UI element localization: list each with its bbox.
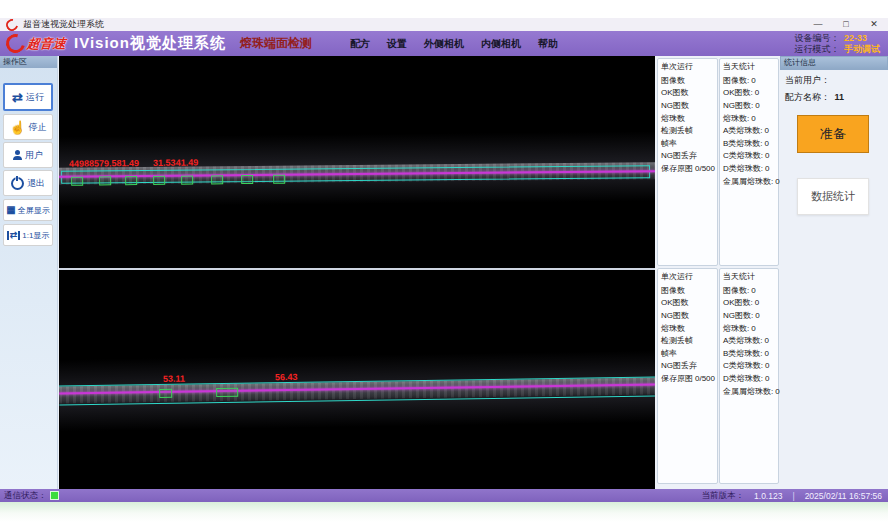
stat-value: 0/500 [695, 164, 715, 173]
stat-label: NG图丢弃 [661, 360, 697, 371]
menu-item[interactable]: 配方 [350, 37, 370, 51]
data-statistics-button[interactable]: 数据统计 [797, 178, 869, 215]
stat-row: NG图丢弃 [658, 360, 717, 373]
stat-label: 图像数: [723, 75, 749, 86]
stat-row: OK图数: 0 [720, 297, 778, 310]
stat-label: NG图数: [723, 310, 753, 321]
stat-label: C类熔珠数: [723, 360, 763, 371]
app-subtitle: 熔珠端面检测 [240, 35, 312, 52]
stat-label: NG图数: [723, 100, 753, 111]
defect-marker-box [241, 175, 253, 184]
stat-label: D类熔珠数: [723, 163, 763, 174]
stat-row: 保存原图 0/500 [658, 372, 717, 385]
stat-label: 图像数: [723, 285, 749, 296]
stat-label: OK图数 [661, 297, 689, 308]
version-value: 1.0.123 [754, 491, 782, 501]
stat-value: 0 [765, 151, 769, 160]
stat-value: 0 [751, 114, 755, 123]
stat-row: A类熔珠数: 0 [720, 124, 778, 137]
stat-label: 帧率 [661, 138, 677, 149]
fullscreen-button[interactable]: ▦ 全屏显示 [3, 199, 53, 221]
stat-row: NG图数 [658, 309, 717, 322]
bottom-strip [0, 502, 888, 522]
recipe-name-label: 配方名称： [785, 92, 830, 102]
stat-row: NG图丢弃 [658, 150, 717, 163]
stat-label: 熔珠数 [661, 113, 685, 124]
brand-logo-icon [3, 31, 29, 57]
stat-row: 图像数 [658, 284, 717, 297]
stat-value: 0 [765, 374, 769, 383]
run-mode-label: 运行模式： [794, 44, 839, 54]
defect-marker-box [273, 175, 285, 184]
main-menu: 配方设置外侧相机内侧相机帮助 [350, 37, 558, 51]
menu-item[interactable]: 外侧相机 [424, 37, 464, 51]
stat-value: 0 [765, 349, 769, 358]
stat-value: 0 [755, 101, 759, 110]
daily-stats-groupbox: 当天统计 图像数: 0 OK图数: 0 [719, 268, 779, 484]
main-area: 操作区 ⇄ 运行 ☝ 停止 用户 退出 ▦ 全屏显示 ⇄ [0, 56, 888, 489]
defect-marker-box [71, 177, 83, 186]
single-run-rows: 图像数 OK图数 NG图数 [658, 74, 717, 175]
stat-label: NG图丢弃 [661, 150, 697, 161]
defect-marker-box [159, 389, 172, 398]
maximize-button[interactable]: □ [832, 18, 860, 31]
defect-marker-box [181, 176, 193, 185]
stat-label: 熔珠数: [723, 323, 749, 334]
stat-value: 0 [765, 164, 769, 173]
ratio-1-1-button[interactable]: ⇄ 1:1显示 [3, 224, 53, 246]
camera-view-bottom[interactable]: 53.11 56.43 [59, 270, 655, 489]
os-titlebar: 超音速视觉处理系统 — □ ✕ [0, 18, 888, 32]
close-button[interactable]: ✕ [860, 18, 888, 31]
stat-value: 0 [751, 324, 755, 333]
stat-row: C类熔珠数: 0 [720, 150, 778, 163]
defect-marker-box [99, 176, 111, 185]
user-icon [13, 150, 22, 160]
stat-row: NG图数 [658, 99, 717, 112]
single-run-title: 单次运行 [658, 269, 717, 284]
power-icon [11, 177, 24, 190]
operation-area-title: 操作区 [0, 56, 57, 68]
window-controls: — □ ✕ [804, 18, 888, 31]
run-mode-value: 手动调试 [844, 44, 880, 54]
stat-value: 0 [755, 298, 759, 307]
run-button-label: 运行 [26, 91, 44, 104]
menu-item[interactable]: 帮助 [538, 37, 558, 51]
stat-row: 熔珠数: 0 [720, 322, 778, 335]
single-run-groupbox: 单次运行 图像数 OK图数 [657, 58, 718, 266]
stat-label: NG图数 [661, 100, 689, 111]
camera-view-top[interactable]: 44988579.581.4931.5341.49 [59, 56, 655, 268]
prepare-button[interactable]: 准备 [797, 115, 869, 153]
stat-label: C类熔珠数: [723, 150, 763, 161]
stat-label: 熔珠数: [723, 113, 749, 124]
stop-button[interactable]: ☝ 停止 [3, 114, 53, 140]
minimize-button[interactable]: — [804, 18, 832, 31]
menu-item[interactable]: 设置 [387, 37, 407, 51]
stat-row: 熔珠数 [658, 112, 717, 125]
measurement-value: 44988579.581.49 [69, 158, 139, 169]
daily-stats-rows: 图像数: 0 OK图数: 0 NG图数: 0 [720, 284, 778, 397]
stat-row: OK图数: 0 [720, 87, 778, 100]
stat-row: 图像数: 0 [720, 284, 778, 297]
stat-row: B类熔珠数: 0 [720, 137, 778, 150]
stat-label: 检测丢帧 [661, 125, 693, 136]
statistics-info-panel: 统计信息 当前用户： 配方名称： 11 准备 数据统计 [780, 56, 888, 489]
fullscreen-button-label: 全屏显示 [18, 205, 50, 216]
stat-row: 熔珠数 [658, 322, 717, 335]
brand-name: 超音速 [26, 35, 67, 53]
stat-label: B类熔珠数: [723, 138, 763, 149]
menu-item[interactable]: 内侧相机 [481, 37, 521, 51]
daily-stats-title: 当天统计 [720, 59, 778, 74]
stats-section-top-camera: 单次运行 图像数 OK图数 [657, 58, 778, 266]
statistics-info-title: 统计信息 [780, 56, 888, 70]
stat-label: 保存原图 [661, 163, 693, 174]
run-button[interactable]: ⇄ 运行 [3, 83, 53, 111]
operation-sidebar: 操作区 ⇄ 运行 ☝ 停止 用户 退出 ▦ 全屏显示 ⇄ [0, 56, 58, 489]
measurement-annotation: 44988579.581.4931.5341.49 [69, 158, 198, 169]
stat-label: OK图数: [723, 297, 753, 308]
exit-button[interactable]: 退出 [3, 170, 53, 196]
user-button[interactable]: 用户 [3, 142, 53, 168]
version-label: 当前版本： [702, 490, 745, 502]
header-info: 设备编号： 22-33 运行模式： 手动调试 [794, 33, 888, 55]
stat-row: 帧率 [658, 137, 717, 150]
application-window: 超音速视觉处理系统 — □ ✕ 超音速 IVision视觉处理系统 熔珠端面检测… [0, 0, 888, 522]
